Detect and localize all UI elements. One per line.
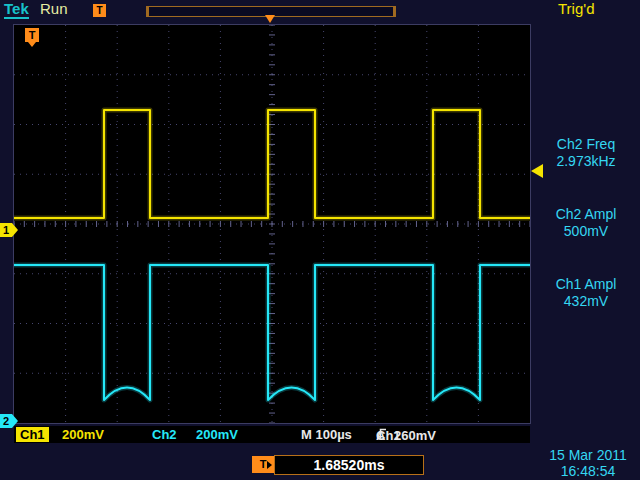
ch1-ground-marker: 1 xyxy=(0,223,12,237)
ch2-ground-marker: 2 xyxy=(0,414,12,428)
ch1-scale: 200mV xyxy=(62,427,104,442)
right-arrow-icon xyxy=(267,461,272,469)
date-readout: 15 Mar 2011 xyxy=(536,447,640,463)
record-view-bar xyxy=(146,6,396,17)
oscilloscope-screen: Tek Run T Trig'd T 1 2 Ch2 Freq 2.973kHz… xyxy=(0,0,640,480)
measurement-label: Ch2 Ampl xyxy=(534,206,638,223)
measurement-value: 2.973kHz xyxy=(534,153,638,170)
time-readout: 16:48:54 xyxy=(536,463,640,479)
measurement-value: 432mV xyxy=(534,293,638,310)
acquisition-state: Run xyxy=(40,1,68,17)
measurement-ch2-ampl: Ch2 Ampl 500mV xyxy=(534,206,638,240)
graticule-display xyxy=(14,25,530,423)
trigger-level: 260mV xyxy=(394,428,436,443)
timebase-readout: M 100µs xyxy=(301,427,352,442)
horizontal-position-t-icon: T xyxy=(252,456,274,473)
ch2-badge: Ch2 xyxy=(152,427,177,442)
measurement-label: Ch2 Freq xyxy=(534,136,638,153)
trigger-t-icon: T xyxy=(93,4,106,17)
waveform-canvas xyxy=(14,25,530,423)
ch1-badge: Ch1 xyxy=(16,427,49,442)
tek-logo: Tek xyxy=(4,1,29,19)
measurement-ch2-freq: Ch2 Freq 2.973kHz xyxy=(534,136,638,170)
measurement-ch1-ampl: Ch1 Ampl 432mV xyxy=(534,276,638,310)
ch2-scale: 200mV xyxy=(196,427,238,442)
measurement-label: Ch1 Ampl xyxy=(534,276,638,293)
trigger-point-flag: T xyxy=(25,28,39,42)
trigger-status: Trig'd xyxy=(558,1,594,17)
t-label: T xyxy=(260,458,267,470)
trigger-readout: ACh1260mV xyxy=(376,427,394,442)
trigger-position-arrow-icon xyxy=(265,15,275,23)
measurement-value: 500mV xyxy=(534,223,638,240)
grid-lines xyxy=(14,25,530,423)
status-bar: Ch1 200mV Ch2 200mV M 100µs ACh1260mV xyxy=(14,426,530,443)
horizontal-position-readout: 1.68520ms xyxy=(274,455,424,475)
